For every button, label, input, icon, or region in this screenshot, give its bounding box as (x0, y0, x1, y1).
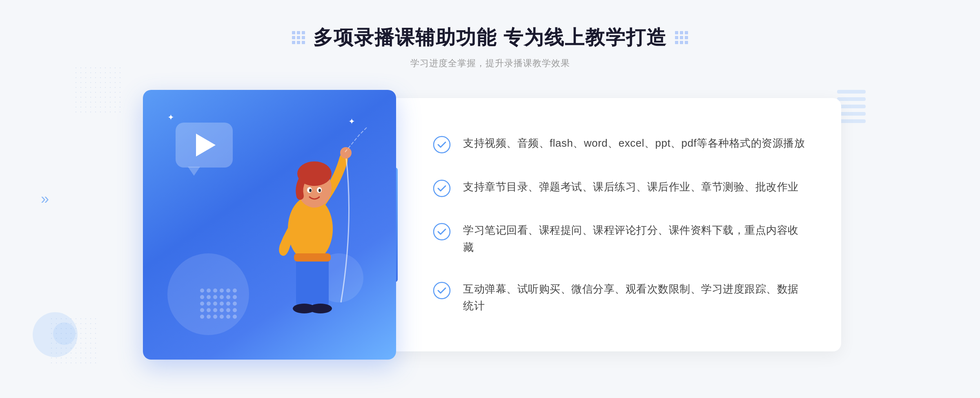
check-icon-3 (433, 223, 451, 241)
svg-rect-5 (312, 257, 329, 306)
illustration-card: ✦ ✦ (143, 90, 396, 360)
features-panel: 支持视频、音频、flash、word、excel、ppt、pdf等各种格式的资源… (384, 98, 841, 351)
header-section: 多项录播课辅助功能 专为线上教学打造 学习进度全掌握，提升录播课教学效果 (292, 25, 688, 69)
person-illustration (233, 123, 388, 360)
features-panel-wrapper: 支持视频、音频、flash、word、excel、ppt、pdf等各种格式的资源… (396, 98, 841, 351)
check-icon-1 (433, 136, 451, 154)
svg-point-11 (309, 189, 312, 192)
feature-item-1: 支持视频、音频、flash、word、excel、ppt、pdf等各种格式的资源… (433, 135, 808, 154)
feature-item-3: 学习笔记回看、课程提问、课程评论打分、课件资料下载，重点内容收藏 (433, 222, 808, 256)
svg-rect-8 (294, 253, 331, 262)
svg-point-13 (434, 136, 450, 153)
check-icon-4 (433, 282, 451, 300)
subtitle: 学习进度全掌握，提升录播课教学效果 (292, 57, 688, 69)
stripes-decoration (837, 90, 866, 123)
svg-point-1 (340, 147, 352, 159)
svg-point-15 (434, 224, 450, 240)
page-container: 多项录播课辅助功能 专为线上教学打造 学习进度全掌握，提升录播课教学效果 » ✦… (0, 0, 980, 398)
svg-point-12 (318, 189, 321, 192)
feature-item-4: 互动弹幕、试听购买、微信分享、观看次数限制、学习进度跟踪、数据统计 (433, 281, 808, 315)
grid-icon-left (292, 31, 305, 44)
svg-point-7 (309, 304, 332, 313)
main-title: 多项录播课辅助功能 专为线上教学打造 (313, 25, 666, 51)
feature-item-2: 支持章节目录、弹题考试、课后练习、课后作业、章节测验、批改作业 (433, 179, 808, 197)
play-area (176, 123, 233, 168)
play-icon (196, 134, 216, 157)
feature-text-2: 支持章节目录、弹题考试、课后练习、课后作业、章节测验、批改作业 (463, 179, 799, 196)
check-icon-2 (433, 179, 451, 197)
card-dots-grid (200, 288, 237, 319)
speech-bubble (176, 123, 233, 168)
feature-text-1: 支持视频、音频、flash、word、excel、ppt、pdf等各种格式的资源… (463, 135, 805, 152)
dots-decoration-top-left (74, 65, 122, 114)
svg-rect-4 (296, 257, 312, 306)
content-area: ✦ ✦ (143, 90, 837, 360)
svg-point-16 (434, 282, 450, 299)
grid-icon-right (675, 31, 688, 44)
feature-text-4: 互动弹幕、试听购买、微信分享、观看次数限制、学习进度跟踪、数据统计 (463, 281, 808, 315)
feature-text-3: 学习笔记回看、课程提问、课程评论打分、课件资料下载，重点内容收藏 (463, 222, 808, 256)
sparkle-icon-1: ✦ (167, 112, 174, 122)
svg-point-14 (434, 180, 450, 197)
header-decorators: 多项录播课辅助功能 专为线上教学打造 (292, 25, 688, 51)
deco-circle-inner (53, 322, 76, 345)
chevrons-icon: » (41, 190, 49, 208)
